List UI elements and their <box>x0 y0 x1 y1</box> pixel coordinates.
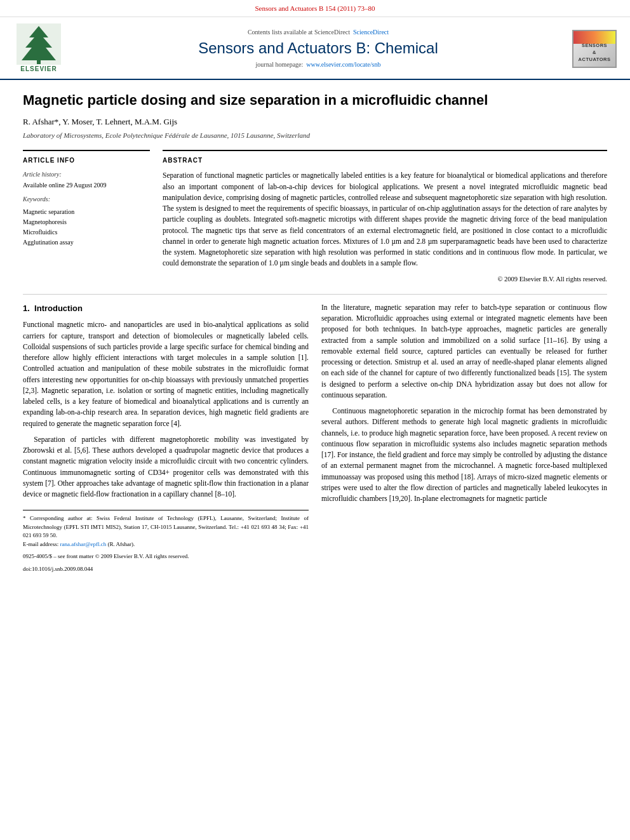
body-left-column: 1. Introduction Functional magnetic micr… <box>23 302 309 574</box>
section1-title: 1. Introduction <box>23 302 309 315</box>
para-right-2: Continuous magnetophoretic separation in… <box>321 406 607 504</box>
email-label: E-mail address: <box>23 541 58 547</box>
article-info-abstract-section: ARTICLE INFO Article history: Available … <box>23 150 607 284</box>
doi-text: doi:10.1016/j.snb.2009.08.044 <box>23 566 93 572</box>
journal-name-heading: Sensors and Actuators B: Chemical <box>74 39 563 58</box>
contents-available-line: Contents lists available at ScienceDirec… <box>74 28 563 37</box>
email-suffix: (R. Afshar). <box>107 541 135 547</box>
homepage-label: journal homepage: <box>256 61 304 68</box>
article-info-heading: ARTICLE INFO <box>23 156 150 166</box>
journal-homepage-line: journal homepage: www.elsevier.com/locat… <box>74 60 563 70</box>
history-label: Article history: <box>23 170 150 180</box>
body-content-section: 1. Introduction Functional magnetic micr… <box>23 302 607 574</box>
para-2: Separation of particles with different m… <box>23 434 309 500</box>
journal-title-area: Contents lists available at ScienceDirec… <box>67 28 569 70</box>
authors-line: R. Afshar*, Y. Moser, T. Lehnert, M.A.M.… <box>23 116 607 128</box>
sensors-logo-container: SENSORS&ACTUATORS <box>569 30 620 68</box>
para-right-1: In the literature, magnetic separation m… <box>321 302 607 401</box>
abstract-column: ABSTRACT Separation of functional magnet… <box>163 150 607 284</box>
issn-text: 0925-4005/$ – see front matter © 2009 El… <box>23 553 189 559</box>
keywords-label: Keywords: <box>23 195 150 204</box>
affiliation-line: Laboratory of Microsystems, Ecole Polyte… <box>23 131 607 141</box>
section1-heading: Introduction <box>34 303 83 313</box>
contents-text: Contents lists available at ScienceDirec… <box>248 29 350 36</box>
section1-body: Functional magnetic micro- and nanoparti… <box>23 319 309 500</box>
main-content-area: Magnetic particle dosing and size separa… <box>0 80 630 585</box>
sciencedirect-link[interactable]: ScienceDirect <box>353 29 389 36</box>
body-right-column: In the literature, magnetic separation m… <box>321 302 607 574</box>
para-1: Functional magnetic micro- and nanoparti… <box>23 319 309 429</box>
section-divider <box>23 294 607 295</box>
page-wrapper: Sensors and Actuators B 154 (2011) 73–80… <box>0 0 630 585</box>
keyword-1: Magnetic separation <box>23 207 150 217</box>
elsevier-tree-icon <box>17 23 61 65</box>
journal-reference-bar: Sensors and Actuators B 154 (2011) 73–80 <box>0 0 630 17</box>
abstract-heading: ABSTRACT <box>163 156 607 166</box>
elsevier-logo-container: ELSEVIER <box>10 23 67 74</box>
doi-line: doi:10.1016/j.snb.2009.08.044 <box>23 565 309 574</box>
footnote-email: E-mail address: rana.afshar@epfl.ch (R. … <box>23 540 309 549</box>
journal-ref-text: Sensors and Actuators B 154 (2011) 73–80 <box>255 4 375 12</box>
history-value: Available online 29 August 2009 <box>23 181 150 190</box>
right-col-body: In the literature, magnetic separation m… <box>321 302 607 505</box>
keyword-4: Agglutination assay <box>23 237 150 248</box>
keywords-list: Magnetic separation Magnetophoresis Micr… <box>23 207 150 248</box>
footnote-section: * Corresponding author at: Swiss Federal… <box>23 510 309 573</box>
keyword-2: Magnetophoresis <box>23 217 150 227</box>
journal-header: ELSEVIER Contents lists available at Sci… <box>0 17 630 81</box>
email-link[interactable]: rana.afshar@epfl.ch <box>60 541 106 547</box>
abstract-text: Separation of functional magnetic partic… <box>163 170 607 269</box>
copyright-line: © 2009 Elsevier B.V. All rights reserved… <box>163 274 607 284</box>
footnote-corresponding: * Corresponding author at: Swiss Federal… <box>23 514 309 540</box>
section1-number: 1. <box>23 303 30 313</box>
elsevier-wordmark: ELSEVIER <box>20 65 57 74</box>
homepage-url[interactable]: www.elsevier.com/locate/snb <box>306 61 380 68</box>
keyword-3: Microfluidics <box>23 227 150 237</box>
sensors-actuators-logo: SENSORS&ACTUATORS <box>572 30 617 68</box>
sensors-box-label: SENSORS&ACTUATORS <box>579 43 611 63</box>
issn-line: 0925-4005/$ – see front matter © 2009 El… <box>23 552 309 561</box>
article-info-column: ARTICLE INFO Article history: Available … <box>23 150 150 284</box>
elsevier-logo: ELSEVIER <box>10 23 67 74</box>
article-title: Magnetic particle dosing and size separa… <box>23 91 607 110</box>
